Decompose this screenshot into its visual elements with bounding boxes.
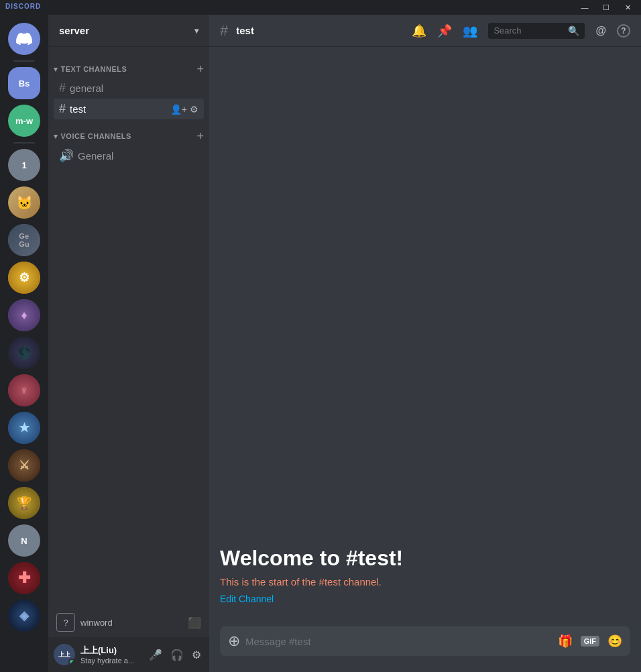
user-status: Stay hydrate a... xyxy=(80,657,141,665)
hash-icon: # xyxy=(59,81,66,95)
user-controls: 🎤 🎧 ⚙ xyxy=(146,646,204,664)
channel-sidebar: server ▾ ▾ TEXT CHANNELS + # general # t… xyxy=(48,15,209,672)
user-area: 上上 上上(Liu) Stay hydrate a... 🎤 🎧 ⚙ xyxy=(48,637,209,672)
chevron-down-icon: ▾ xyxy=(194,26,198,36)
user-settings-button[interactable]: ⚙ xyxy=(189,646,204,664)
username: 上上(Liu) xyxy=(80,645,141,657)
gif-button[interactable]: GIF xyxy=(581,636,599,647)
search-icon: 🔍 xyxy=(568,25,579,36)
server-divider xyxy=(13,60,35,62)
server-icon-cat[interactable]: 🐱 xyxy=(8,186,40,219)
welcome-desc: This is the start of the #test channel. xyxy=(220,576,630,587)
voice-channels-category: ▾ VOICE CHANNELS + xyxy=(48,119,209,145)
status-dot xyxy=(68,659,75,665)
collapse-icon-voice: ▾ xyxy=(54,132,58,141)
user-avatar: 上上 xyxy=(54,644,75,665)
titlebar: DISCORD — ☐ ✕ xyxy=(0,0,641,15)
server-icon-anime3[interactable]: ★ xyxy=(8,412,40,444)
server-icon-girl1[interactable]: ♀ xyxy=(8,374,40,406)
server-icon-anime1[interactable]: ⚙ xyxy=(8,262,40,294)
server-name: server xyxy=(59,25,89,36)
maximize-button[interactable]: ☐ xyxy=(595,0,617,15)
hash-icon: # xyxy=(59,102,66,116)
message-add-button[interactable]: ⊕ xyxy=(228,632,240,650)
channel-item-general-voice[interactable]: 🔊 General xyxy=(54,145,204,166)
text-channels-category: ▾ TEXT CHANNELS + xyxy=(48,52,209,78)
message-input[interactable] xyxy=(245,636,558,647)
server-icon-char2[interactable]: ◈ xyxy=(8,600,40,632)
headphone-button[interactable]: 🎧 xyxy=(168,646,186,664)
channel-header-hash-icon: # xyxy=(220,22,228,40)
server-icon-label: m-w xyxy=(15,116,33,126)
message-actions: 🎁 GIF 😊 xyxy=(558,634,622,649)
server-icon-dark[interactable]: 🌑 xyxy=(8,337,40,369)
avatar-initials: 上上 xyxy=(58,651,70,659)
minimize-button[interactable]: — xyxy=(574,0,595,15)
message-input-box: ⊕ 🎁 GIF 😊 xyxy=(220,626,630,656)
channel-name-voice: General xyxy=(78,150,198,162)
collapse-icon: ▾ xyxy=(54,65,58,74)
search-input[interactable] xyxy=(493,25,564,36)
welcome-title: Welcome to #test! xyxy=(220,546,630,571)
server-icon-label: Bs xyxy=(19,78,30,89)
add-member-icon[interactable]: 👤+ xyxy=(170,104,187,115)
header-actions: 🔔 📌 👥 🔍 @ ? xyxy=(412,23,630,39)
server-sidebar: Bs m-w 1 🐱 GeGu ⚙ ♦ 🌑 ♀ xyxy=(0,15,48,672)
edit-channel-link[interactable]: Edit Channel xyxy=(220,594,274,604)
discord-home-button[interactable] xyxy=(8,23,40,55)
app-body: Bs m-w 1 🐱 GeGu ⚙ ♦ 🌑 ♀ xyxy=(0,15,641,672)
channel-list: ▾ TEXT CHANNELS + # general # test 👤+ ⚙ xyxy=(48,47,209,608)
server-icon-nurse[interactable]: ✚ xyxy=(8,562,40,594)
channel-item-test[interactable]: # test 👤+ ⚙ xyxy=(54,99,204,119)
user-info: 上上(Liu) Stay hydrate a... xyxy=(80,645,141,665)
mention-button[interactable]: @ xyxy=(595,25,606,37)
server-icon-mw[interactable]: m-w xyxy=(8,105,40,137)
message-input-area: ⊕ 🎁 GIF 😊 xyxy=(209,626,641,672)
winword-icon: ? xyxy=(56,613,75,632)
channel-settings-icon[interactable]: ⚙ xyxy=(190,104,198,115)
main-content: # test 🔔 📌 👥 🔍 @ ? Welcome to #test! Thi… xyxy=(209,15,641,672)
close-button[interactable]: ✕ xyxy=(617,0,638,15)
messages-area[interactable]: Welcome to #test! This is the start of t… xyxy=(209,47,641,626)
server-divider-2 xyxy=(13,142,35,144)
speaker-icon: 🔊 xyxy=(59,148,74,163)
channel-name: general xyxy=(70,82,198,94)
voice-channels-label[interactable]: ▾ VOICE CHANNELS xyxy=(54,132,131,141)
welcome-section: Welcome to #test! This is the start of t… xyxy=(220,535,630,616)
server-icon-game2[interactable]: 🏆 xyxy=(8,487,40,519)
server-icon-label: 1 xyxy=(21,160,26,170)
text-channels-label[interactable]: ▾ TEXT CHANNELS xyxy=(54,65,127,74)
gift-button[interactable]: 🎁 xyxy=(558,634,573,649)
bell-button[interactable]: 🔔 xyxy=(412,23,426,38)
search-bar[interactable]: 🔍 xyxy=(488,23,585,39)
server-icon-bs[interactable]: Bs xyxy=(8,67,40,99)
server-icon-1[interactable]: 1 xyxy=(8,149,40,181)
add-text-channel-button[interactable]: + xyxy=(196,63,204,75)
microphone-button[interactable]: 🎤 xyxy=(146,646,165,664)
server-icon-anime2[interactable]: ♦ xyxy=(8,299,40,331)
channel-item-general[interactable]: # general xyxy=(54,78,204,99)
members-button[interactable]: 👥 xyxy=(463,23,477,38)
discord-brand: DISCORD xyxy=(5,3,41,10)
channel-header: # test 🔔 📌 👥 🔍 @ ? xyxy=(209,15,641,47)
pin-button[interactable]: 📌 xyxy=(437,23,452,38)
server-icon-n[interactable]: N xyxy=(8,524,40,557)
winword-action-button[interactable]: ⬛ xyxy=(188,616,201,629)
server-icon-game1[interactable]: GeGu xyxy=(8,224,40,256)
winword-label: winword xyxy=(80,618,182,628)
emoji-button[interactable]: 😊 xyxy=(607,634,622,649)
channel-header-name: test xyxy=(236,25,254,36)
help-button[interactable]: ? xyxy=(617,24,630,38)
server-icon-label: N xyxy=(21,536,27,546)
winword-area: ? winword ⬛ xyxy=(48,608,209,637)
server-header[interactable]: server ▾ xyxy=(48,15,209,47)
add-voice-channel-button[interactable]: + xyxy=(196,130,204,142)
channel-name: test xyxy=(70,103,166,115)
channel-actions: 👤+ ⚙ xyxy=(170,104,198,115)
server-icon-char1[interactable]: ⚔ xyxy=(8,449,40,482)
